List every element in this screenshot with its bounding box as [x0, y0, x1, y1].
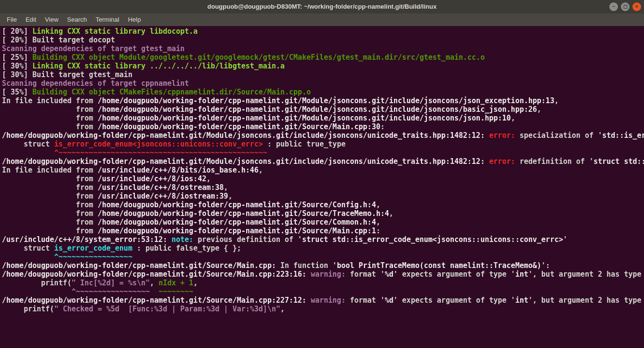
terminal-text: [ 20%] Built target docopt [2, 36, 115, 44]
terminal-text: from [2, 201, 98, 209]
terminal-line: from /usr/include/c++/8/ostream:38, [2, 183, 642, 192]
terminal-line: from /usr/include/c++/8/iostream:39, [2, 192, 642, 201]
terminal-text: , [259, 166, 263, 174]
terminal-text: ^~~~~~~~~~~~~~~~~~ [72, 287, 150, 296]
terminal-line: ^~~~~~~~~~~~~~~~~~~~~~~~~~~~~~~~~~~~~~~~… [2, 148, 642, 157]
terminal-text [167, 235, 171, 244]
terminal-line: [ 35%] Building CXX object CMakeFiles/cp… [2, 88, 642, 96]
minimize-button[interactable]: − [609, 2, 618, 11]
terminal-text: /home/dougpuob/working-folder/cpp-nameli… [98, 218, 376, 227]
menu-edit[interactable]: Edit [22, 15, 40, 25]
maximize-button[interactable]: ◻ [621, 2, 630, 11]
terminal-text: /home/dougpuob/working-folder/cpp-nameli… [98, 201, 376, 209]
menu-file[interactable]: File [3, 15, 21, 25]
terminal-text: , [150, 279, 158, 287]
terminal-text: error: [489, 157, 519, 166]
terminal-line: /home/dougpuob/working-folder/cpp-nameli… [2, 157, 642, 166]
terminal-text: specialization of ' [520, 131, 603, 140]
menu-view[interactable]: View [41, 15, 62, 25]
terminal-line: struct is_error_code_enum : public false… [2, 244, 642, 253]
menu-search[interactable]: Search [63, 15, 91, 25]
terminal-text [150, 287, 158, 296]
terminal-text: ', but argument 2 has type ' [528, 296, 644, 305]
menu-terminal[interactable]: Terminal [92, 15, 123, 25]
terminal-text [2, 253, 54, 261]
terminal-text: format ' [350, 270, 384, 279]
terminal-text: , [224, 183, 228, 192]
terminal-line: from /home/dougpuob/working-folder/cpp-n… [2, 201, 642, 209]
window-controls: − ◻ × [609, 2, 641, 11]
terminal-text: /home/dougpuob/working-folder/cpp-nameli… [2, 157, 485, 166]
terminal-text: bool PrintTraceMemo(const namelint::Trac… [337, 261, 541, 270]
terminal-line: from /usr/include/c++/8/ios:42, [2, 174, 642, 183]
terminal-line: from /home/dougpuob/working-folder/cpp-n… [2, 105, 642, 114]
terminal-text: [ 35%] [2, 88, 32, 96]
terminal-text: , [389, 209, 394, 218]
terminal-line: /home/dougpuob/working-folder/cpp-nameli… [2, 296, 642, 305]
terminal-text: /home/dougpuob/working-folder/cpp-nameli… [2, 296, 306, 305]
terminal-text: error: [489, 131, 519, 140]
terminal-text: , [376, 218, 381, 227]
terminal-text: warning: [311, 270, 350, 279]
terminal-text: %d [385, 296, 394, 305]
terminal-line: [ 30%] Built target gtest_main [2, 70, 642, 79]
terminal-line: [ 20%] Linking CXX static library libdoc… [2, 27, 642, 36]
terminal-line: from /home/dougpuob/working-folder/cpp-n… [2, 122, 642, 131]
terminal-line: Scanning dependencies of target gtest_ma… [2, 44, 642, 53]
terminal-text: from [2, 183, 98, 192]
terminal-text: is_error_code_enum<jsoncons::unicons::co… [54, 140, 263, 148]
terminal-text: struct std::is_error_code_enum<jsoncons:… [593, 157, 644, 166]
terminal-text: ~~~~~~~~ [158, 287, 193, 296]
terminal-text [2, 148, 54, 157]
terminal-text: /home/dougpuob/working-folder/cpp-nameli… [98, 209, 389, 218]
terminal-text: from [2, 114, 98, 122]
terminal-line: from /home/dougpuob/working-folder/cpp-n… [2, 227, 642, 235]
terminal-text: Scanning dependencies of target gtest_ma… [2, 44, 184, 53]
terminal-text: [ 30%] [2, 62, 32, 70]
terminal-output[interactable]: [ 20%] Linking CXX static library libdoc… [0, 26, 644, 314]
terminal-line: [ 25%] Building CXX object Module/google… [2, 53, 642, 62]
terminal-text: struct std::is_error_code_enum<jsoncons:… [302, 235, 563, 244]
terminal-text: ^~~~~~~~~~~~~~~~~~~~~~~~~~~~~~~~~~~~~~~~… [54, 148, 267, 157]
terminal-line: /home/dougpuob/working-folder/cpp-nameli… [2, 270, 642, 279]
terminal-text: struct [2, 244, 54, 253]
terminal-text [306, 296, 311, 305]
terminal-line: printf(" Inc[%2d] = %s\n", nIdx + 1, [2, 279, 642, 287]
terminal-text: from [2, 174, 98, 183]
terminal-text: ' expects argument of type ' [394, 296, 515, 305]
menubar: File Edit View Search Terminal Help [0, 13, 644, 26]
terminal-text: struct [2, 140, 54, 148]
terminal-line: from /home/dougpuob/working-folder/cpp-n… [2, 218, 642, 227]
terminal-text [306, 270, 311, 279]
terminal-text: /usr/include/c++/8/ios:42 [98, 174, 207, 183]
terminal-text: : [376, 227, 381, 235]
terminal-text: previous definition of ' [197, 235, 302, 244]
terminal-line: printf(" Checked = %5d [Func:%3d | Param… [2, 305, 642, 313]
terminal-text: warning: [311, 296, 350, 305]
terminal-text: /home/dougpuob/working-folder/cpp-nameli… [98, 105, 537, 114]
terminal-text: , [554, 96, 559, 105]
terminal-text: int [515, 270, 528, 279]
terminal-text: Linking CXX static library libdocopt.a [32, 27, 197, 36]
terminal-text: , [193, 279, 197, 287]
terminal-text: In file included from [2, 166, 98, 174]
terminal-text: from [2, 227, 98, 235]
terminal-text: printf( [2, 305, 54, 313]
terminal-line: [ 20%] Built target docopt [2, 36, 642, 44]
terminal-text: Building CXX object Module/googletest.gi… [32, 53, 485, 62]
terminal-text: /home/dougpuob/working-folder/cpp-nameli… [98, 96, 554, 105]
terminal-text: : public true_type [263, 140, 346, 148]
terminal-text: int [515, 296, 528, 305]
close-button[interactable]: × [632, 2, 641, 11]
terminal-line: ^~~~~~~~~~~~~~~~~~ ~~~~~~~~ [2, 287, 642, 296]
terminal-text: nIdx + 1 [158, 279, 193, 287]
terminal-text: is_error_code_enum [54, 244, 132, 253]
menu-help[interactable]: Help [124, 15, 145, 25]
terminal-text: redefinition of ' [520, 157, 594, 166]
terminal-text: ' expects argument of type ' [394, 270, 515, 279]
terminal-text: /home/dougpuob/working-folder/cpp-nameli… [2, 131, 485, 140]
terminal-text: ^~~~~~~~~~~~~~~~~~ [54, 253, 132, 261]
terminal-text: [ 30%] Built target gtest_main [2, 70, 132, 79]
terminal-text: from [2, 105, 98, 114]
terminal-text: /home/dougpuob/working-folder/cpp-nameli… [2, 261, 276, 270]
